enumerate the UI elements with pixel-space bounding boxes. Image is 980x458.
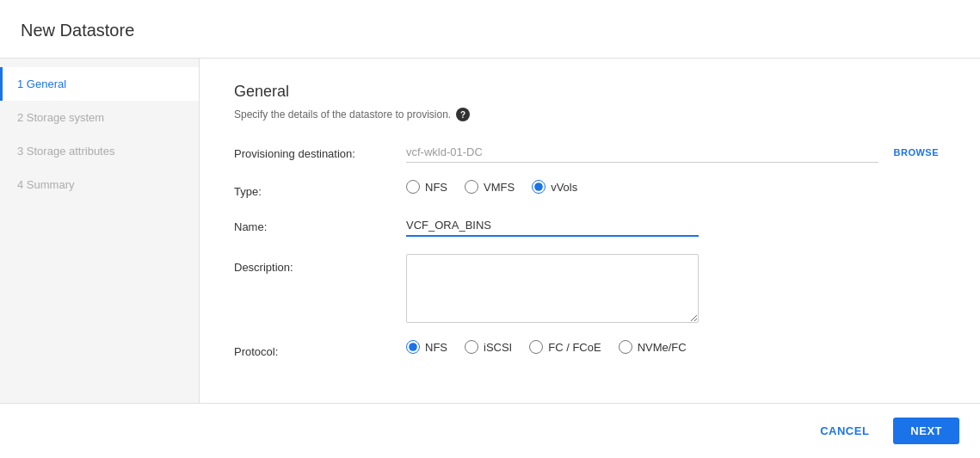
name-control [406,215,946,237]
protocol-nvmefc-radio[interactable] [619,340,632,354]
name-input[interactable] [406,215,699,237]
protocol-nfs-option[interactable]: NFS [406,340,447,354]
provisioning-destination-label: Provisioning destination: [234,142,406,160]
help-icon[interactable]: ? [456,108,470,121]
type-label: Type: [234,180,406,198]
description-textarea[interactable] [406,254,699,323]
type-control: NFS VMFS vVols [406,180,946,194]
type-vvols-label: vVols [551,181,577,194]
protocol-iscsi-label: iSCSI [484,341,512,354]
description-control [406,254,946,323]
protocol-fcfcoe-label: FC / FCoE [548,341,601,354]
protocol-control: NFS iSCSI FC / FCoE NVMe/FC [406,340,946,354]
type-vvols-option[interactable]: vVols [532,180,577,194]
name-label: Name: [234,215,406,233]
name-row: Name: [234,215,946,237]
protocol-row: Protocol: NFS iSCSI FC / FCo [234,340,946,358]
protocol-iscsi-option[interactable]: iSCSI [465,340,512,354]
section-subtitle: Specify the details of the datastore to … [234,108,946,121]
type-vvols-radio[interactable] [532,180,545,194]
dialog-title: New Datastore [0,0,980,59]
cancel-button[interactable]: CANCEL [806,418,883,444]
type-row: Type: NFS VMFS vVols [234,180,946,198]
provisioning-destination-input[interactable] [406,142,878,163]
description-label: Description: [234,254,406,274]
protocol-nvmefc-label: NVMe/FC [638,341,687,354]
sidebar: 1 General 2 Storage system 3 Storage att… [0,59,200,403]
protocol-fcfcoe-option[interactable]: FC / FCoE [529,340,601,354]
sidebar-item-storage-system: 2 Storage system [0,101,199,134]
new-datastore-dialog: New Datastore 1 General 2 Storage system… [0,0,980,458]
protocol-fcfcoe-radio[interactable] [529,340,543,354]
type-vmfs-label: VMFS [484,181,515,194]
dialog-footer: CANCEL NEXT [0,403,980,458]
protocol-nfs-label: NFS [425,341,447,354]
description-row: Description: [234,254,946,323]
type-nfs-radio[interactable] [406,180,420,194]
type-vmfs-option[interactable]: VMFS [465,180,515,194]
protocol-radio-group: NFS iSCSI FC / FCoE NVMe/FC [406,340,687,354]
sidebar-item-summary: 4 Summary [0,168,199,201]
protocol-nfs-radio[interactable] [406,340,420,354]
sidebar-item-storage-attributes: 3 Storage attributes [0,134,199,168]
next-button[interactable]: NEXT [893,418,959,444]
type-nfs-label: NFS [425,181,447,194]
provisioning-destination-row: Provisioning destination: BROWSE [234,142,946,163]
type-nfs-option[interactable]: NFS [406,180,447,194]
browse-button[interactable]: BROWSE [887,144,946,161]
destination-row: BROWSE [406,142,946,163]
section-title: General [234,83,946,101]
protocol-iscsi-radio[interactable] [465,340,478,354]
type-radio-group: NFS VMFS vVols [406,180,577,194]
provisioning-destination-control: BROWSE [406,142,946,163]
protocol-label: Protocol: [234,340,406,358]
dialog-body: 1 General 2 Storage system 3 Storage att… [0,59,980,403]
sidebar-item-general[interactable]: 1 General [0,67,199,101]
protocol-nvmefc-option[interactable]: NVMe/FC [619,340,687,354]
type-vmfs-radio[interactable] [465,180,478,194]
main-content: General Specify the details of the datas… [200,59,980,403]
